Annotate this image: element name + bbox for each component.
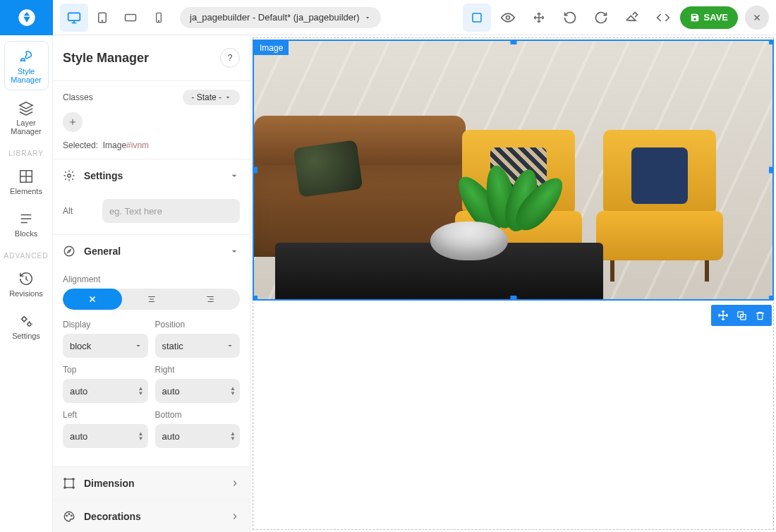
chevron-right-icon (230, 478, 240, 488)
clear-button[interactable] (618, 4, 646, 32)
context-copy-button[interactable] (732, 308, 751, 323)
chevron-down-icon (229, 246, 240, 257)
top-label: Top (63, 365, 148, 375)
top-input[interactable]: auto ▲▼ (63, 379, 148, 403)
device-tablet-landscape-button[interactable] (116, 4, 145, 32)
section-decorations-title: Decorations (84, 511, 141, 522)
code-button[interactable] (649, 4, 677, 32)
resize-handle-mr[interactable] (769, 167, 774, 174)
canvas[interactable]: Image (250, 35, 776, 532)
compass-icon (63, 245, 75, 258)
rail-settings[interactable]: Settings (4, 306, 49, 346)
selected-id: #ivnm (126, 140, 149, 150)
alignment-segment (63, 289, 240, 310)
classes-section: Classes - State - Selected: Image#ivnm (53, 80, 250, 159)
stepper-icon: ▲▼ (138, 386, 144, 396)
brush-icon (18, 49, 34, 64)
image-placeholder-scene (254, 41, 772, 299)
display-label: Display (63, 320, 148, 330)
display-select[interactable]: block (63, 334, 148, 358)
grid-icon (18, 169, 34, 184)
alt-label: Alt (63, 206, 91, 216)
bottom-input[interactable]: auto ▲▼ (155, 424, 241, 448)
rail-elements[interactable]: Elements (4, 162, 49, 201)
undo-button[interactable] (556, 4, 584, 32)
add-class-button[interactable] (63, 112, 83, 132)
close-editor-button[interactable] (745, 6, 769, 30)
align-none-button[interactable] (63, 289, 122, 310)
page-selector[interactable]: ja_pagebuilder - Default* (ja_pagebuilde… (180, 7, 381, 28)
context-move-button[interactable] (714, 308, 732, 323)
resize-handle-ml[interactable] (253, 167, 257, 174)
gears-icon (18, 313, 34, 329)
rail-layer-manager[interactable]: Layer Manager (4, 93, 49, 141)
position-select[interactable]: static (155, 334, 241, 358)
page-selector-label: ja_pagebuilder - Default* (ja_pagebuilde… (190, 12, 360, 23)
section-settings-title: Settings (84, 170, 123, 181)
section-dimension-header[interactable]: Dimension (53, 466, 250, 500)
resize-handle-tr[interactable] (769, 40, 774, 44)
app-logo[interactable] (0, 0, 53, 35)
gear-icon (63, 169, 75, 182)
section-decorations-header[interactable]: Decorations (53, 500, 250, 532)
align-center-icon (146, 294, 157, 304)
resize-handle-tm[interactable] (510, 40, 516, 44)
context-delete-button[interactable] (751, 308, 769, 323)
rail-label: Revisions (9, 289, 43, 298)
topbar-actions: SAVE (463, 4, 776, 32)
align-center-button[interactable] (122, 289, 181, 310)
left-rail: Style Manager Layer Manager LIBRARY Elem… (0, 35, 53, 532)
preview-button[interactable] (494, 4, 522, 32)
svg-point-16 (64, 487, 66, 488)
redo-button[interactable] (587, 4, 615, 32)
svg-rect-6 (473, 13, 481, 22)
position-label: Position (155, 320, 241, 330)
state-selector[interactable]: - State - (183, 90, 240, 105)
chevron-down-icon (226, 341, 234, 350)
section-settings-body: Alt eg. Text here (53, 192, 250, 234)
selected-type: Image (103, 140, 126, 150)
section-general-body: Alignment Display block (53, 267, 250, 466)
alignment-label: Alignment (63, 274, 240, 284)
outline-toggle-button[interactable] (463, 4, 491, 32)
resize-handle-bl[interactable] (253, 296, 257, 301)
selected-line: Selected: Image#ivnm (63, 140, 240, 150)
device-switcher (60, 4, 173, 32)
fullscreen-button[interactable] (525, 4, 553, 32)
device-desktop-button[interactable] (60, 4, 88, 32)
section-general-header[interactable]: General (53, 234, 250, 267)
chevron-down-icon (229, 170, 240, 181)
state-label: - State - (191, 92, 222, 102)
stepper-icon: ▲▼ (230, 431, 236, 441)
rail-section-library: LIBRARY (8, 150, 44, 157)
palette-icon (63, 510, 75, 523)
right-input[interactable]: auto ▲▼ (155, 379, 241, 403)
rail-revisions[interactable]: Revisions (4, 264, 49, 303)
bottom-value: auto (162, 431, 180, 442)
rail-label: Style Manager (6, 67, 47, 84)
close-icon (752, 13, 762, 23)
resize-handle-br[interactable] (769, 296, 774, 301)
align-right-button[interactable] (181, 289, 240, 310)
device-mobile-button[interactable] (145, 4, 173, 32)
device-tablet-button[interactable] (88, 4, 116, 32)
resize-handle-bm[interactable] (510, 296, 516, 301)
align-right-icon (205, 294, 216, 304)
rail-style-manager[interactable]: Style Manager (4, 41, 49, 90)
rail-label: Settings (12, 332, 40, 340)
section-dimension-title: Dimension (84, 478, 135, 489)
section-settings-header[interactable]: Settings (53, 159, 250, 192)
rail-section-advanced: ADVANCED (4, 252, 49, 260)
panel-help-button[interactable]: ? (220, 48, 240, 68)
selected-image-element[interactable]: Image (253, 40, 774, 301)
svg-point-11 (68, 174, 71, 178)
alt-input[interactable]: eg. Text here (102, 199, 240, 223)
save-button[interactable]: SAVE (680, 6, 738, 29)
rail-blocks[interactable]: Blocks (4, 204, 49, 243)
history-icon (18, 271, 34, 286)
left-input[interactable]: auto ▲▼ (63, 424, 148, 448)
svg-point-18 (66, 515, 68, 516)
layers-icon (18, 100, 34, 116)
svg-point-19 (68, 514, 70, 515)
svg-point-12 (64, 246, 74, 256)
